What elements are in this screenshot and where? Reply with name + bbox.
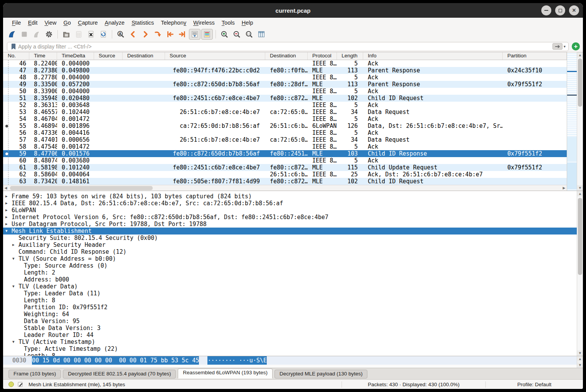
detail-row[interactable]: Security Suite: 802.15.4 Security (0x00): [3, 235, 577, 241]
detail-row[interactable]: Length: 8: [3, 297, 577, 304]
detail-row[interactable]: Command: Child ID Response (12): [3, 248, 577, 255]
packet-row-54[interactable]: 548.4670480.001472IEEE 8…5Ack: [3, 116, 567, 122]
byte-tab[interactable]: Decrypted MLE payload (130 bytes): [274, 370, 367, 379]
packet-row-46[interactable]: 468.2240080.004000IEEE 8…5Ack: [3, 60, 567, 67]
packet-list-hscrollbar[interactable]: ◀ ▶: [3, 185, 567, 191]
column-header-info[interactable]: Info: [363, 52, 503, 60]
column-header-no[interactable]: No.: [3, 52, 29, 60]
detail-row[interactable]: Data Version: 95: [3, 318, 577, 325]
detail-row[interactable]: Type: Active Timestamp (22): [3, 345, 577, 352]
scroll-down-arrow[interactable]: ▼: [577, 350, 583, 356]
menu-telephony[interactable]: Telephony: [157, 19, 190, 27]
menu-view[interactable]: View: [41, 19, 60, 27]
packet-row-51[interactable]: 518.3594880.020480fe80::2451:c6b7:e8ce:4…: [3, 95, 567, 102]
auto-scroll-button[interactable]: [189, 29, 200, 40]
detail-row[interactable]: ▸Internet Protocol Version 6, Src: fe80:…: [3, 214, 577, 221]
go-back-button[interactable]: [127, 29, 139, 40]
menu-file[interactable]: File: [8, 19, 24, 27]
detail-row[interactable]: Weighting: 64: [3, 311, 577, 318]
titlebar[interactable]: current.pcap ×: [3, 3, 583, 18]
menu-edit[interactable]: Edit: [24, 19, 41, 27]
packet-row-47[interactable]: 478.2738080.049800fe80::947f:f476:22bc:c…: [3, 67, 567, 74]
expander-closed-icon[interactable]: ▸: [5, 221, 12, 228]
scroll-up-arrow[interactable]: ▲: [577, 52, 583, 58]
open-capture-file-button[interactable]: [61, 29, 72, 40]
detail-row[interactable]: Length: 2: [3, 269, 577, 276]
menu-wireless[interactable]: Wireless: [190, 19, 218, 27]
go-to-packet-button[interactable]: [152, 29, 163, 40]
go-last-packet-button[interactable]: [177, 29, 188, 40]
minimize-button[interactable]: [541, 5, 551, 15]
packet-row-62[interactable]: 628.5860480.00406426:51:c6:b…IEEE 8…25Ac…: [3, 171, 567, 178]
detail-row[interactable]: Type: Leader Data (11): [3, 290, 577, 297]
menu-go[interactable]: Go: [60, 19, 74, 27]
go-forward-button[interactable]: [140, 29, 151, 40]
stop-capture-button[interactable]: [19, 29, 30, 40]
column-header-time[interactable]: Time: [29, 52, 57, 60]
hscroll-track[interactable]: [8, 185, 561, 191]
maximize-button[interactable]: [555, 5, 565, 15]
vscroll-thumb[interactable]: [578, 59, 582, 107]
detail-row[interactable]: Leader Router ID: 44: [3, 332, 577, 338]
column-header-delta[interactable]: TimeDelta: [57, 52, 94, 60]
display-filter-box[interactable]: ▾: [7, 42, 569, 51]
expander-closed-icon[interactable]: ▸: [5, 200, 12, 207]
byte-tab[interactable]: Decrypted IEEE 802.15.4 payload (70 byte…: [63, 370, 176, 379]
zoom-original-button[interactable]: 1:1: [243, 29, 255, 40]
packet-row-49[interactable]: 498.3350080.057200fe80::c872:650d:b7b8:5…: [3, 81, 567, 88]
menu-tools[interactable]: Tools: [218, 19, 238, 27]
column-header-proto[interactable]: Protocol: [308, 52, 337, 60]
details-vscrollbar[interactable]: ▲ ▼: [577, 191, 583, 356]
vscroll-thumb[interactable]: [578, 198, 582, 275]
packet-row-55[interactable]: 558.4689440.001896ca:72:65:0d:b7:b8:56:a…: [3, 122, 567, 129]
detail-row[interactable]: ▾TLV (Active Timestamp): [3, 338, 577, 345]
expander-closed-icon[interactable]: ▸: [5, 207, 12, 214]
detail-row[interactable]: Partition ID: 0x79f551f2: [3, 304, 577, 311]
hscroll-thumb[interactable]: [10, 186, 153, 190]
expander-closed-icon[interactable]: ▸: [5, 214, 12, 221]
packet-row-50[interactable]: 508.3390080.004000IEEE 8…5Ack: [3, 88, 567, 95]
go-first-packet-button[interactable]: [164, 29, 176, 40]
expander-closed-icon[interactable]: ▸: [5, 193, 12, 200]
close-button[interactable]: ×: [569, 5, 579, 15]
column-header-src[interactable]: Source: [94, 52, 123, 60]
packet-row-58[interactable]: 588.4754880.001472IEEE 8…5Ack: [3, 143, 567, 150]
detail-row[interactable]: ▾TLV (Source Address = b0:00): [3, 255, 577, 262]
capture-comment-icon[interactable]: [17, 381, 24, 387]
detail-row[interactable]: ▾Mesh Link Establishment: [3, 228, 577, 235]
detail-row[interactable]: ▸Frame 59: 103 bytes on wire (824 bits),…: [3, 193, 577, 200]
packet-row-63[interactable]: 638.7342090.148161fe80::505e:f807:7f81:4…: [3, 178, 567, 185]
packet-row-48[interactable]: 488.2778080.004000IEEE 8…5Ack: [3, 74, 567, 81]
scroll-right-arrow[interactable]: ▶: [561, 185, 567, 191]
restart-capture-button[interactable]: [31, 29, 42, 40]
display-filter-input[interactable]: [18, 44, 552, 50]
scroll-up-arrow[interactable]: ▲: [577, 191, 583, 196]
hex-row[interactable]: 003000 15 0d 00 00 00 00 00 00 00 01 75 …: [3, 356, 577, 365]
close-capture-file-button[interactable]: [85, 29, 97, 40]
detail-row[interactable]: Address: b000: [3, 276, 577, 283]
filter-bookmark-icon[interactable]: [9, 43, 18, 50]
expander-open-icon[interactable]: ▾: [12, 255, 19, 262]
packet-row-59[interactable]: 598.4770640.001576fe80::c872:650d:b7b8:5…: [3, 150, 567, 157]
detail-row[interactable]: ▸IEEE 802.15.4 Data, Dst: 26:51:c6:b7:e8…: [3, 200, 577, 207]
save-capture-file-button[interactable]: [73, 29, 84, 40]
menu-capture[interactable]: Capture: [74, 19, 101, 27]
packet-row-61[interactable]: 618.5819840.101240fe80::2451:c6b7:e8ce:4…: [3, 164, 567, 171]
column-header-src2[interactable]: Source: [165, 52, 265, 60]
expander-open-icon[interactable]: ▾: [12, 283, 19, 290]
packet-row-60[interactable]: 608.4807440.003680IEEE 8…5Ack: [3, 157, 567, 164]
detail-row[interactable]: ▾TLV (Leader Data): [3, 283, 577, 290]
detail-row[interactable]: Type: Source Address (0): [3, 262, 577, 269]
add-filter-button[interactable]: +: [572, 42, 580, 50]
column-header-partition[interactable]: Partition: [503, 52, 567, 60]
packet-row-57[interactable]: 578.4740160.00065626:51:c6:b7:e8:ce:4b:e…: [3, 136, 567, 143]
detail-row[interactable]: Stable Data Version: 3: [3, 325, 577, 332]
packet-row-56[interactable]: 568.4733600.004416IEEE 8…5Ack: [3, 129, 567, 136]
intelligent-scrollbar-minimap[interactable]: [567, 52, 577, 191]
scroll-up-arrow[interactable]: ▲: [577, 356, 583, 362]
resize-columns-button[interactable]: [256, 29, 267, 40]
packet-list-vscrollbar[interactable]: ▲ ▼: [577, 52, 583, 191]
column-header-dst2[interactable]: Destination: [265, 52, 308, 60]
packet-row-52[interactable]: 528.3631360.003648IEEE 8…5Ack: [3, 102, 567, 109]
scroll-down-arrow[interactable]: ▼: [577, 185, 583, 191]
